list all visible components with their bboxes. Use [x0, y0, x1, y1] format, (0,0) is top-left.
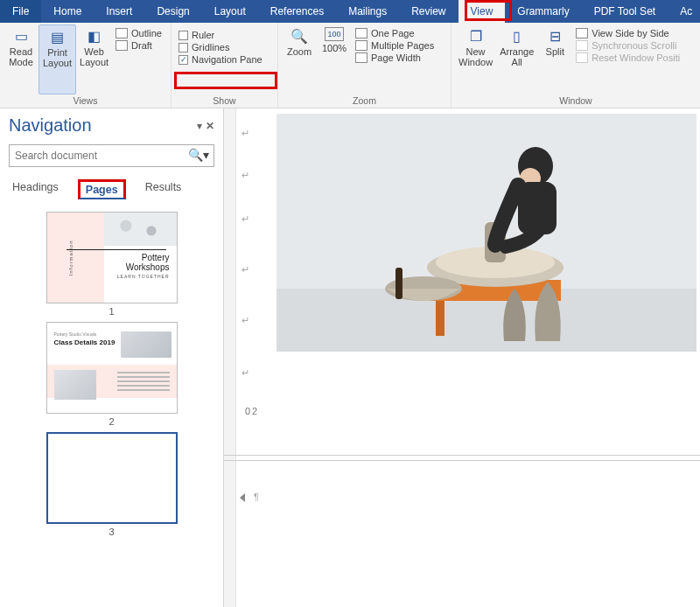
- tab-mailings[interactable]: Mailings: [336, 0, 399, 23]
- read-mode-button[interactable]: ▭ Read Mode: [4, 24, 38, 94]
- close-icon[interactable]: ✕: [206, 120, 214, 132]
- sync-scroll-icon: [576, 40, 588, 51]
- print-layout-label: Print Layout: [43, 47, 72, 68]
- tab-review[interactable]: Review: [399, 0, 458, 23]
- navigation-tabs: Headings Pages Results: [9, 179, 214, 199]
- page-thumbnails: Information Pottery Workshops LEARN TOGE…: [9, 212, 214, 600]
- outline-label: Outline: [131, 28, 162, 38]
- tab-pdf-tool-set[interactable]: PDF Tool Set: [582, 0, 668, 23]
- ribbon-tabs: File Home Insert Design Layout Reference…: [0, 0, 700, 23]
- checkbox-icon: [178, 43, 188, 52]
- tab-acrobat[interactable]: Ac: [668, 0, 700, 23]
- nav-tab-headings[interactable]: Headings: [9, 179, 62, 199]
- zoom-icon: 🔍: [290, 27, 308, 45]
- nav-tab-results[interactable]: Results: [142, 179, 186, 199]
- group-show: Ruler Gridlines ✓ Navigation Pane Show: [172, 23, 278, 108]
- page-width-icon: [355, 52, 368, 63]
- arrange-all-label: Arrange All: [500, 46, 534, 67]
- thumb1-title-line1: Pottery: [142, 253, 170, 262]
- synchronous-scrolling-button[interactable]: Synchronous Scrolli: [576, 40, 680, 51]
- multiple-pages-button[interactable]: Multiple Pages: [355, 40, 434, 51]
- paragraph-mark-icon: ↵: [242, 367, 249, 379]
- tab-design[interactable]: Design: [144, 0, 201, 23]
- gridlines-label: Gridlines: [192, 42, 229, 52]
- page-break: [224, 460, 700, 461]
- svg-rect-12: [396, 268, 402, 299]
- document-area[interactable]: ↵ ↵ ↵ ↵ ↵ ↵: [224, 108, 700, 607]
- svg-rect-10: [518, 182, 556, 234]
- side-by-side-icon: [576, 28, 588, 38]
- zoom-label: Zoom: [287, 46, 312, 57]
- thumb1-sidelabel: Information: [67, 240, 73, 276]
- group-zoom: 🔍 Zoom 100 100% One Page Multiple Pages: [278, 23, 452, 108]
- paragraph-mark-icon: ↵: [242, 128, 249, 139]
- tab-layout[interactable]: Layout: [202, 0, 258, 23]
- new-window-button[interactable]: ❐ New Window: [455, 24, 496, 94]
- reset-window-icon: [576, 52, 588, 63]
- navigation-pane-checkbox[interactable]: ✓ Navigation Pane: [178, 54, 262, 65]
- read-mode-icon: ▭: [12, 27, 30, 45]
- multiple-pages-label: Multiple Pages: [371, 40, 434, 51]
- tab-file[interactable]: File: [0, 0, 41, 23]
- collapse-triangle-icon[interactable]: [240, 493, 245, 502]
- one-page-button[interactable]: One Page: [355, 28, 434, 38]
- web-layout-label: Web Layout: [80, 46, 108, 67]
- document-image-pottery: [276, 114, 696, 352]
- view-side-by-side-label: View Side by Side: [592, 28, 668, 38]
- view-side-by-side-button[interactable]: View Side by Side: [576, 28, 680, 38]
- thumbnail-page-2[interactable]: Pottery Studio Visuals Class Details 201…: [46, 322, 178, 427]
- paragraph-mark-icon: ¶: [254, 492, 259, 502]
- ruler-checkbox[interactable]: Ruler: [178, 30, 262, 40]
- ribbon: ▭ Read Mode ▤ Print Layout ◧ Web Layout …: [0, 23, 700, 108]
- print-layout-button[interactable]: ▤ Print Layout: [38, 24, 76, 94]
- pane-options-dropdown-icon[interactable]: ▾: [197, 120, 202, 132]
- body-area: Navigation ▾ ✕ 🔍▾ Headings Pages Results…: [0, 108, 700, 607]
- thumb2-number: 2: [108, 416, 114, 427]
- hundred-icon: 100: [325, 27, 344, 41]
- tab-view[interactable]: View: [458, 0, 506, 23]
- zoom-button[interactable]: 🔍 Zoom: [282, 24, 317, 94]
- web-layout-button[interactable]: ◧ Web Layout: [76, 24, 112, 94]
- paragraph-mark-icon: ↵: [242, 213, 249, 225]
- hundred-percent-button[interactable]: 100 100%: [317, 24, 352, 94]
- thumb2-kicker: Pottery Studio Visuals: [54, 331, 97, 337]
- paragraph-mark-icon: ↵: [242, 315, 249, 326]
- draft-label: Draft: [131, 40, 152, 51]
- svg-rect-3: [436, 301, 444, 336]
- draft-button[interactable]: Draft: [116, 40, 162, 51]
- outline-icon: [116, 28, 128, 38]
- multiple-pages-icon: [355, 40, 368, 51]
- thumb1-subtitle: LEARN TOGETHER: [117, 274, 170, 279]
- thumb2-title: Class Details 2019: [54, 338, 116, 346]
- tab-grammarly[interactable]: Grammarly: [505, 0, 581, 23]
- new-window-label: New Window: [458, 46, 493, 67]
- group-window: ❐ New Window ▯ Arrange All ⊟ Split View …: [452, 23, 700, 108]
- thumb1-title-line2: Workshops: [126, 262, 170, 272]
- new-window-icon: ❐: [467, 27, 485, 45]
- split-button[interactable]: ⊟ Split: [537, 24, 572, 94]
- tab-insert[interactable]: Insert: [94, 0, 144, 23]
- tab-references[interactable]: References: [258, 0, 336, 23]
- thumb1-number: 1: [108, 306, 114, 317]
- thumbnail-page-3[interactable]: 3: [46, 432, 178, 537]
- ruler-label: Ruler: [192, 30, 214, 40]
- outline-button[interactable]: Outline: [116, 28, 162, 38]
- reset-window-position-button[interactable]: Reset Window Positi: [576, 52, 680, 63]
- draft-icon: [116, 40, 128, 51]
- arrange-all-icon: ▯: [508, 27, 526, 45]
- thumbnail-page-1[interactable]: Information Pottery Workshops LEARN TOGE…: [46, 212, 178, 317]
- group-window-label: Window: [455, 94, 696, 108]
- group-show-label: Show: [175, 94, 274, 108]
- group-views: ▭ Read Mode ▤ Print Layout ◧ Web Layout …: [0, 23, 172, 108]
- web-layout-icon: ◧: [86, 27, 103, 45]
- arrange-all-button[interactable]: ▯ Arrange All: [496, 24, 537, 94]
- gridlines-checkbox[interactable]: Gridlines: [178, 42, 262, 52]
- search-input[interactable]: [9, 144, 214, 167]
- tab-home[interactable]: Home: [41, 0, 94, 23]
- page-width-button[interactable]: Page Width: [355, 52, 434, 63]
- navigation-title: Navigation: [9, 115, 92, 136]
- nav-tab-pages[interactable]: Pages: [78, 179, 126, 199]
- group-views-label: Views: [4, 94, 167, 108]
- checkbox-icon: [178, 31, 188, 40]
- one-page-icon: [355, 28, 368, 38]
